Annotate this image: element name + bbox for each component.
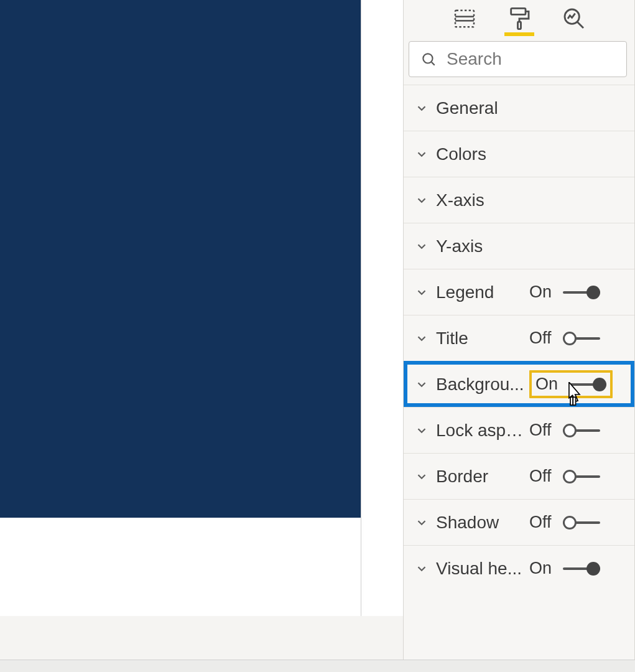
svg-rect-0	[455, 11, 474, 27]
toggle-switch[interactable]	[563, 332, 600, 345]
section-x-axis[interactable]: X-axis	[404, 177, 634, 223]
toggle-switch[interactable]	[563, 562, 600, 576]
toggle-title[interactable]: Off	[529, 329, 600, 348]
format-tab[interactable]	[506, 5, 533, 32]
section-visual-header[interactable]: Visual he... On	[404, 545, 634, 591]
analytics-tab[interactable]	[560, 5, 588, 32]
svg-line-8	[432, 62, 435, 65]
status-strip	[0, 660, 635, 672]
toggle-state-label: Off	[529, 467, 557, 486]
toggle-state-label: Off	[529, 329, 557, 348]
section-general[interactable]: General	[404, 85, 634, 131]
fields-tab[interactable]	[451, 5, 478, 32]
section-label: Lock aspe...	[436, 421, 529, 441]
chevron-down-icon	[415, 516, 429, 530]
toggle-border[interactable]: Off	[529, 467, 600, 486]
section-label: Border	[436, 467, 529, 487]
section-y-axis[interactable]: Y-axis	[404, 223, 634, 269]
section-lock-aspect[interactable]: Lock aspe... Off	[404, 407, 634, 453]
section-colors[interactable]: Colors	[404, 131, 634, 177]
fields-icon	[452, 6, 477, 31]
search-input[interactable]	[447, 49, 615, 69]
chevron-down-icon	[415, 286, 429, 299]
toggle-switch[interactable]	[563, 424, 600, 437]
search-container	[404, 37, 634, 85]
chevron-down-icon	[415, 562, 429, 576]
svg-rect-10	[573, 397, 575, 405]
toggle-state-label: On	[529, 559, 557, 578]
chevron-down-icon	[415, 424, 429, 437]
toggle-switch[interactable]	[563, 470, 600, 483]
chevron-down-icon	[415, 332, 429, 345]
section-background[interactable]: Backgrou... On	[404, 361, 634, 407]
toggle-state-label: Off	[529, 513, 557, 532]
section-label: Shadow	[436, 513, 529, 533]
chevron-down-icon	[415, 101, 429, 115]
chevron-down-icon	[415, 470, 429, 483]
report-canvas[interactable]	[0, 0, 403, 616]
section-label: Y-axis	[436, 236, 529, 256]
toggle-visual-header[interactable]: On	[529, 559, 600, 578]
svg-rect-4	[517, 22, 521, 29]
section-label: Backgrou...	[436, 375, 529, 394]
toggle-state-label: On	[535, 375, 563, 394]
toggle-state-label: Off	[529, 421, 557, 440]
search-icon	[420, 51, 437, 67]
svg-line-6	[577, 22, 583, 28]
paint-roller-icon	[507, 6, 532, 31]
svg-point-7	[423, 54, 432, 63]
toggle-state-label: On	[529, 282, 557, 302]
section-label: Title	[436, 329, 529, 348]
chevron-down-icon	[415, 240, 429, 253]
section-label: X-axis	[436, 190, 529, 210]
toggle-shadow[interactable]: Off	[529, 513, 600, 532]
toggle-legend[interactable]: On	[529, 282, 600, 302]
visual-background[interactable]	[0, 0, 361, 518]
canvas-edge	[361, 0, 361, 616]
chevron-down-icon	[415, 194, 429, 207]
section-title[interactable]: Title Off	[404, 315, 634, 361]
panel-tabs	[404, 0, 634, 37]
section-border[interactable]: Border Off	[404, 453, 634, 499]
chevron-down-icon	[415, 147, 429, 161]
cursor-pointer-icon	[563, 382, 584, 407]
search-box[interactable]	[409, 41, 627, 77]
section-legend[interactable]: Legend On	[404, 269, 634, 315]
toggle-switch[interactable]	[563, 286, 600, 299]
toggle-switch[interactable]	[563, 516, 600, 530]
section-label: General	[436, 98, 529, 118]
section-shadow[interactable]: Shadow Off	[404, 499, 634, 545]
toggle-lock-aspect[interactable]: Off	[529, 421, 600, 440]
section-label: Legend	[436, 282, 529, 302]
svg-rect-3	[511, 8, 525, 14]
section-label: Colors	[436, 144, 529, 164]
chevron-down-icon	[415, 378, 429, 391]
format-panel: General Colors X-axis Y-axis Legend On T…	[403, 0, 635, 660]
section-label: Visual he...	[436, 559, 529, 579]
analytics-icon	[562, 6, 586, 31]
